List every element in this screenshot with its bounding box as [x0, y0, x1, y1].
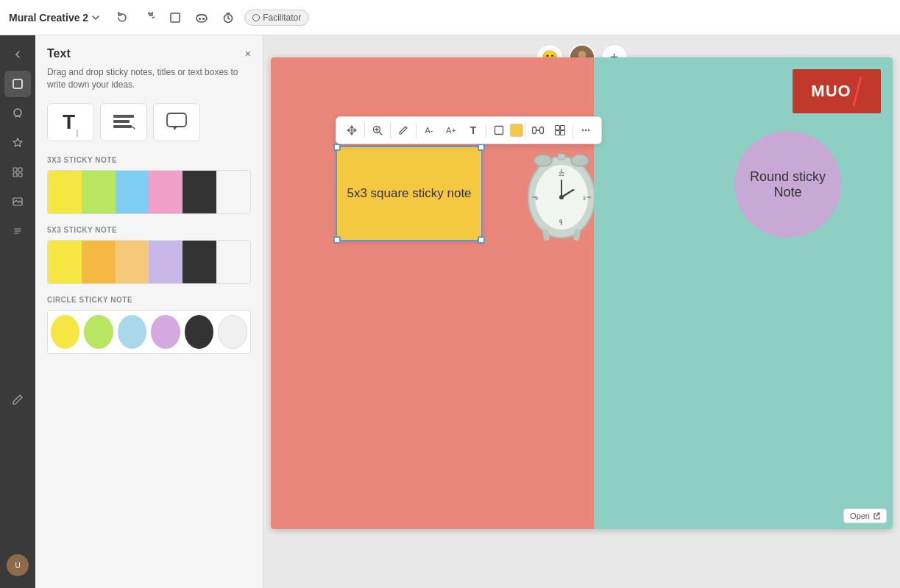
svg-rect-22	[556, 126, 560, 130]
tool-align-option[interactable]	[100, 103, 147, 141]
user-avatar-sidebar[interactable]: U	[7, 554, 29, 576]
toolbar-color-swatch[interactable]	[510, 124, 523, 137]
sidebar-icons: U	[0, 35, 35, 588]
svg-rect-15	[113, 125, 132, 128]
svg-point-40	[559, 195, 564, 199]
svg-point-26	[582, 130, 584, 131]
frame-button[interactable]	[165, 7, 185, 28]
svg-point-28	[588, 130, 589, 131]
svg-text:6: 6	[559, 219, 562, 224]
handle-br[interactable]	[478, 236, 485, 244]
toolbar-font-decrease-button[interactable]: A-	[418, 120, 440, 141]
sidebar-item-comments[interactable]	[4, 100, 31, 127]
main-content: U Text × Drag and drop sticky notes, tit…	[0, 35, 900, 588]
sidebar-item-star[interactable]	[4, 130, 31, 156]
app-title-text: Mural Creative 2	[9, 12, 88, 24]
sidebar-item-image[interactable]	[4, 188, 31, 215]
facilitator-badge: Facilitator	[244, 10, 309, 26]
toolbar-font-increase-button[interactable]: A+	[440, 120, 462, 141]
toolbar-border-button[interactable]	[488, 120, 510, 141]
toolbar-divider-3	[416, 123, 417, 138]
svg-rect-33	[558, 154, 565, 160]
swatch-black-3x3[interactable]	[183, 171, 216, 213]
swatch-blue-3x3[interactable]	[116, 171, 149, 213]
svg-rect-0	[171, 13, 180, 22]
swatch-lavender-5x3[interactable]	[149, 241, 183, 283]
sidebar-item-back[interactable]	[4, 41, 31, 68]
svg-rect-21	[540, 127, 544, 134]
undo-button[interactable]	[112, 7, 132, 28]
sticky-row-3x3[interactable]	[47, 170, 251, 214]
panel-description: Drag and drop sticky notes, titles or te…	[47, 66, 251, 91]
handle-tl[interactable]	[333, 144, 341, 151]
circle-swatch-purple[interactable]	[151, 315, 180, 349]
facilitator-label: Facilitator	[263, 13, 301, 23]
circle-row[interactable]	[47, 310, 251, 354]
section-5x3-label: 5x3 STICKY NOTE	[47, 226, 251, 234]
svg-rect-9	[18, 168, 22, 171]
font-decrease-label: A-	[425, 126, 433, 135]
toolbar-more-button[interactable]	[575, 120, 597, 141]
swatch-white-3x3[interactable]	[216, 171, 250, 213]
circle-swatch-green[interactable]	[84, 315, 113, 349]
toolbar-move-button[interactable]	[341, 120, 363, 141]
sidebar-item-sticky[interactable]	[4, 71, 31, 97]
section-3x3-label: 3x3 STICKY NOTE	[47, 156, 251, 164]
open-button[interactable]: Open	[843, 509, 887, 523]
clock-image: 12 3 6 9	[514, 131, 609, 249]
canvas-area[interactable]: MU O A-	[263, 35, 900, 588]
sidebar-item-pen[interactable]	[4, 386, 31, 413]
sidebar-item-list[interactable]	[4, 218, 31, 244]
svg-rect-6	[13, 79, 22, 88]
panel-close-button[interactable]: ×	[245, 48, 251, 60]
muo-logo-text: MU	[811, 82, 837, 101]
toolbar-transform-button[interactable]	[549, 120, 571, 141]
swatch-pink-3x3[interactable]	[149, 171, 183, 213]
svg-line-17	[854, 77, 861, 106]
swatch-white-5x3[interactable]	[216, 241, 250, 283]
svg-rect-24	[556, 131, 560, 135]
muo-logo-slash-icon	[852, 73, 862, 110]
swatch-green-3x3[interactable]	[82, 171, 116, 213]
svg-rect-10	[13, 173, 17, 177]
sticky-note-5x3[interactable]: 5x3 square sticky note	[336, 146, 483, 241]
tool-bubble-option[interactable]	[153, 103, 200, 141]
app-title[interactable]: Mural Creative 2	[9, 12, 100, 24]
sidebar-item-grid[interactable]	[4, 159, 31, 185]
round-sticky-note[interactable]: Round sticky Note	[734, 131, 841, 238]
tool-text-option[interactable]: T I	[47, 103, 94, 141]
external-link-icon	[873, 512, 880, 520]
handle-bl[interactable]	[333, 236, 341, 244]
swatch-yellow-5x3[interactable]	[48, 241, 82, 283]
sticky-row-5x3[interactable]	[47, 240, 251, 284]
toolbar-divider-6	[573, 123, 573, 138]
svg-point-3	[202, 18, 205, 20]
handle-tr[interactable]	[478, 144, 485, 151]
mural-canvas[interactable]: MU O A-	[271, 57, 893, 529]
clock-svg: 12 3 6 9	[521, 135, 602, 245]
redo-button[interactable]	[138, 7, 159, 28]
toolbar-bold-button[interactable]: T	[462, 120, 484, 141]
toolbar-edit-button[interactable]	[392, 120, 414, 141]
svg-rect-19	[495, 127, 503, 135]
muo-logo-o: O	[838, 82, 851, 101]
topbar: Mural Creative 2 Facilitator	[0, 0, 900, 35]
svg-rect-25	[561, 131, 565, 135]
swatch-orange-5x3[interactable]	[82, 241, 116, 283]
toolbar-divider-5	[525, 123, 525, 138]
svg-point-5	[253, 14, 260, 21]
toolbar-divider-1	[364, 123, 365, 138]
circle-swatch-blue[interactable]	[118, 315, 146, 349]
swatch-yellow-3x3[interactable]	[48, 171, 82, 213]
canvas-bg-right	[594, 57, 893, 529]
toolbar-zoom-button[interactable]	[366, 120, 389, 141]
swatch-peach-5x3[interactable]	[116, 241, 149, 283]
toolbar-link-button[interactable]	[527, 120, 549, 141]
timer-button[interactable]	[218, 7, 238, 28]
circle-swatch-white[interactable]	[218, 315, 247, 349]
incognito-button[interactable]	[191, 7, 212, 28]
swatch-black-5x3[interactable]	[183, 241, 216, 283]
circle-swatch-yellow[interactable]	[51, 315, 79, 349]
circle-swatch-black[interactable]	[185, 315, 213, 349]
svg-rect-13	[113, 115, 134, 118]
